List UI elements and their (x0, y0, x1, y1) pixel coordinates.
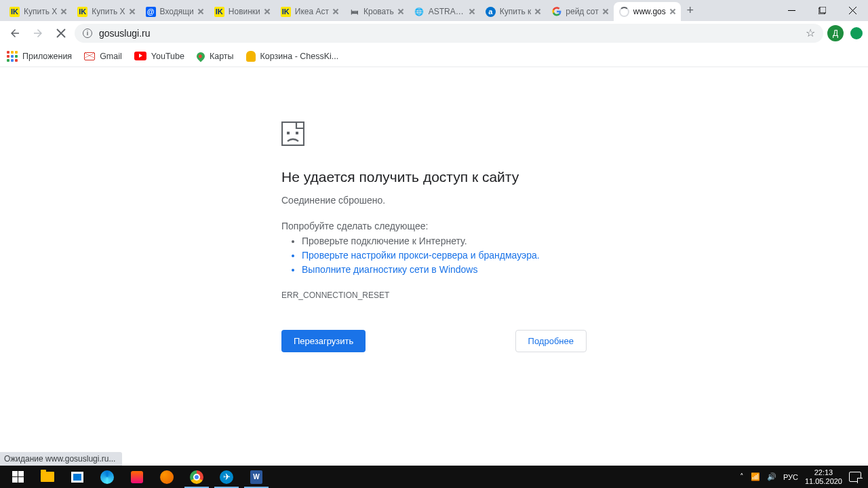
windows-icon (12, 471, 24, 483)
bookmark-gmail[interactable]: Gmail (84, 52, 122, 61)
favicon-icon: IK (214, 7, 224, 17)
tab[interactable]: 🌐ASTRAKH (409, 2, 480, 21)
tray-expand-icon[interactable]: ˄ (740, 472, 744, 481)
tab[interactable]: @Входящи (140, 2, 209, 21)
tab[interactable]: aКупить к (480, 2, 547, 21)
favicon-icon: IK (281, 7, 291, 17)
taskbar-telegram[interactable]: ✈ (212, 466, 241, 488)
tab-label: Купить X (92, 7, 125, 16)
stop-button[interactable] (52, 24, 71, 43)
favicon-icon: IK (77, 7, 87, 17)
favicon-icon: IK (9, 7, 20, 17)
maximize-button[interactable] (807, 0, 837, 21)
suggestion-link-diag[interactable]: Выполните диагностику сети в Windows (302, 263, 868, 277)
close-icon[interactable] (535, 9, 540, 14)
clock[interactable]: 22:13 11.05.2020 (805, 468, 842, 485)
svg-rect-2 (820, 7, 826, 13)
close-icon[interactable] (333, 9, 338, 14)
tab-label: Новинки (229, 7, 260, 16)
tab-active[interactable]: www.gos (614, 2, 681, 21)
close-icon[interactable] (130, 9, 135, 14)
close-icon[interactable] (61, 9, 66, 14)
word-icon: W (250, 470, 262, 484)
tab[interactable]: IKКупить X (72, 2, 140, 21)
maps-icon (195, 50, 206, 62)
folder-icon (41, 472, 54, 482)
suggestion-link-proxy[interactable]: Проверьте настройки прокси-сервера и бра… (302, 248, 868, 263)
error-subtitle: Соединение сброшено. (281, 195, 868, 206)
telegram-icon: ✈ (220, 470, 233, 484)
tab-label: ASTRAKH (429, 7, 465, 16)
window-controls (776, 0, 868, 21)
favicon-icon: @ (146, 7, 156, 17)
error-code: ERR_CONNECTION_RESET (281, 290, 868, 300)
close-window-button[interactable] (837, 0, 868, 21)
bookmark-star-icon[interactable]: ☆ (806, 26, 815, 39)
favicon-icon: 🛏 (349, 7, 359, 17)
site-info-icon[interactable]: i (83, 29, 92, 38)
tab-label: рейд сот (566, 7, 598, 16)
svg-rect-3 (282, 122, 304, 145)
tab[interactable]: 🛏Кровать (344, 2, 409, 21)
error-buttons: Перезагрузить Подробнее (281, 330, 587, 352)
details-button[interactable]: Подробнее (515, 330, 587, 352)
wifi-icon[interactable]: 📶 (751, 472, 760, 481)
sad-page-icon (281, 121, 868, 149)
notifications-icon[interactable] (849, 472, 861, 482)
tab-label: Купить к (500, 7, 532, 16)
forward-button[interactable] (28, 24, 47, 43)
taskbar-app[interactable] (122, 466, 152, 488)
address-bar[interactable]: i gosuslugi.ru ☆ (75, 24, 823, 43)
close-icon[interactable] (603, 9, 608, 14)
apps-shortcut[interactable]: Приложения (7, 51, 72, 62)
close-icon[interactable] (670, 9, 675, 14)
tab-label: Входящи (160, 7, 194, 16)
taskbar-chrome[interactable] (182, 466, 212, 488)
tab[interactable]: рейд сот (546, 2, 613, 21)
svg-rect-0 (788, 10, 795, 11)
taskbar-firefox[interactable] (152, 466, 182, 488)
taskbar-store[interactable] (62, 466, 92, 488)
error-suggestions: Проверьте подключение к Интернету. Прове… (281, 234, 868, 277)
toolbar: i gosuslugi.ru ☆ Д (0, 21, 868, 45)
bookmark-label: Приложения (22, 52, 72, 61)
back-button[interactable] (5, 24, 24, 43)
tab-label: Купить X (24, 7, 57, 16)
date-text: 11.05.2020 (805, 477, 842, 486)
bookmark-chess[interactable]: Корзина - ChessKi... (246, 51, 339, 62)
google-icon (551, 7, 561, 17)
bookmark-label: YouTube (151, 52, 184, 61)
youtube-icon (134, 52, 146, 60)
chrome-icon (190, 470, 203, 484)
taskbar-word[interactable]: W (241, 466, 271, 488)
language-indicator[interactable]: РУС (783, 473, 798, 481)
new-tab-button[interactable]: + (681, 1, 700, 20)
tab[interactable]: IKИкеа Аст (275, 2, 344, 21)
taskbar-edge[interactable] (92, 466, 122, 488)
close-icon[interactable] (198, 9, 203, 14)
reload-button[interactable]: Перезагрузить (281, 330, 366, 352)
bookmark-label: Карты (210, 52, 234, 61)
tab[interactable]: IKНовинки (209, 2, 275, 21)
tab-label: Кровать (363, 7, 394, 16)
bookmark-youtube[interactable]: YouTube (134, 52, 184, 61)
bookmark-label: Gmail (100, 52, 122, 61)
store-icon (71, 472, 83, 483)
close-icon[interactable] (398, 9, 403, 14)
gmail-icon (84, 52, 95, 60)
start-button[interactable] (3, 466, 33, 488)
minimize-button[interactable] (776, 0, 807, 21)
taskbar-explorer[interactable] (33, 466, 62, 488)
bookmark-maps[interactable]: Карты (197, 52, 234, 61)
close-icon[interactable] (264, 9, 270, 14)
error-title: Не удается получить доступ к сайту (281, 169, 868, 185)
apps-icon (7, 51, 18, 62)
close-icon[interactable] (469, 9, 475, 14)
extension-icon[interactable] (850, 27, 863, 39)
profile-avatar[interactable]: Д (827, 25, 844, 41)
system-tray: ˄ 📶 🔊 РУС 22:13 11.05.2020 (740, 468, 865, 485)
error-page: Не удается получить доступ к сайту Соеди… (0, 67, 868, 352)
volume-icon[interactable]: 🔊 (767, 472, 776, 481)
spinner-icon (619, 7, 629, 17)
tab[interactable]: IKКупить X (4, 2, 72, 21)
